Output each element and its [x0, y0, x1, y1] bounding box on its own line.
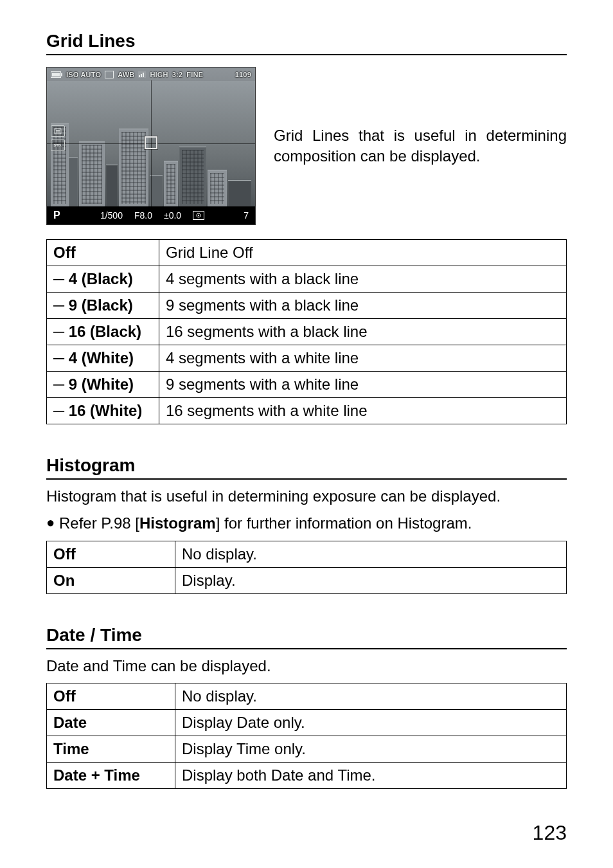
af-point-icon	[145, 136, 157, 149]
svg-rect-2	[52, 73, 60, 77]
lcd-mode: P	[53, 210, 69, 221]
cell-key: ─ 4 (Black)	[47, 266, 159, 293]
table-row: ─ 16 (White) 16 segments with a white li…	[47, 398, 567, 424]
lcd-wb: AWB	[118, 71, 134, 78]
cell-key: Off	[47, 541, 175, 567]
lcd-shutter: 1/500	[100, 210, 123, 221]
lcd-shots-remaining: 1109	[235, 71, 251, 78]
metering-icon	[193, 211, 204, 220]
svg-point-13	[198, 215, 199, 216]
histogram-table: Off No display. On Display.	[46, 541, 567, 594]
cell-val: 9 segments with a white line	[159, 372, 567, 398]
lcd-nr: HIGH	[150, 71, 168, 78]
svg-rect-5	[139, 75, 140, 77]
lcd-top-bar: ISO AUTO AWB HIGH 3:2 FINE 1109	[47, 68, 255, 81]
table-row: On Display.	[47, 567, 567, 593]
cell-key: ─ 4 (White)	[47, 345, 159, 372]
date-time-intro-text: Date and Time can be displayed.	[46, 656, 567, 676]
cell-key: ─ 16 (Black)	[47, 319, 159, 345]
lcd-exp-comp: ±0.0	[164, 210, 181, 221]
nr-icon	[138, 71, 146, 78]
cell-val: 16 segments with a white line	[159, 398, 567, 424]
table-row: ─ 16 (Black) 16 segments with a black li…	[47, 319, 567, 345]
cell-val: Display Date only.	[175, 710, 567, 736]
table-row: ─ 4 (Black) 4 segments with a black line	[47, 266, 567, 293]
lcd-quality: FINE	[186, 71, 203, 78]
svg-rect-3	[105, 71, 114, 78]
lcd-badge-std: STD.	[51, 140, 65, 151]
svg-rect-6	[141, 74, 142, 77]
cell-key: Off	[47, 240, 159, 266]
cell-key: ─ 9 (Black)	[47, 293, 159, 319]
cell-val: No display.	[175, 541, 567, 567]
bullet-icon: ●	[46, 513, 55, 532]
table-row: ─ 9 (Black) 9 segments with a black line	[47, 293, 567, 319]
cell-key: Time	[47, 736, 175, 763]
cell-key: ─ 16 (White)	[47, 398, 159, 424]
table-row: Off No display.	[47, 683, 567, 710]
bullet-text-pre: Refer P.98 [	[59, 514, 139, 532]
cell-key: Off	[47, 683, 175, 710]
svg-rect-8	[55, 129, 61, 134]
table-row: Off No display.	[47, 541, 567, 567]
cell-val: Display Time only.	[175, 736, 567, 763]
cell-key: ─ 9 (White)	[47, 372, 159, 398]
cell-key: On	[47, 567, 175, 593]
page-number: 123	[533, 821, 567, 845]
lcd-left-badges: STD.	[51, 125, 65, 151]
svg-rect-1	[61, 73, 62, 77]
grid-lines-intro-text: Grid Lines that is useful in determining…	[274, 125, 567, 167]
cell-val: 4 segments with a black line	[159, 266, 567, 293]
lcd-bottom-bar: P 1/500 F8.0 ±0.0 7	[47, 206, 255, 224]
cell-val: No display.	[175, 683, 567, 710]
camera-lcd-screenshot: ISO AUTO AWB HIGH 3:2 FINE 1109	[46, 67, 256, 225]
cell-val: Display both Date and Time.	[175, 763, 567, 789]
lcd-aspect: 3:2	[172, 71, 183, 78]
section-title-histogram: Histogram	[46, 455, 567, 480]
grid-lines-table: Off Grid Line Off ─ 4 (Black) 4 segments…	[46, 239, 567, 424]
svg-rect-7	[143, 73, 144, 77]
cell-val: 9 segments with a black line	[159, 293, 567, 319]
battery-icon	[51, 71, 62, 78]
lcd-badge-icon	[51, 125, 65, 137]
table-row: Time Display Time only.	[47, 736, 567, 763]
svg-rect-10	[56, 132, 60, 133]
lcd-iso: ISO AUTO	[66, 71, 101, 78]
cell-key: Date	[47, 710, 175, 736]
table-row: Date Display Date only.	[47, 710, 567, 736]
cell-val: 16 segments with a black line	[159, 319, 567, 345]
cell-val: 4 segments with a white line	[159, 345, 567, 372]
date-time-table: Off No display. Date Display Date only. …	[46, 683, 567, 789]
svg-rect-9	[56, 130, 60, 131]
section-title-grid-lines: Grid Lines	[46, 31, 567, 55]
table-row: ─ 9 (White) 9 segments with a white line	[47, 372, 567, 398]
bullet-text-bold: Histogram	[139, 514, 216, 532]
histogram-intro-text: Histogram that is useful in determining …	[46, 486, 567, 507]
lcd-bracket-count: 7	[236, 210, 249, 221]
histogram-bullet: ● Refer P.98 [Histogram] for further inf…	[46, 513, 567, 534]
table-row: Off Grid Line Off	[47, 240, 567, 266]
cell-key: Date + Time	[47, 763, 175, 789]
section-title-date-time: Date / Time	[46, 625, 567, 649]
table-row: Date + Time Display both Date and Time.	[47, 763, 567, 789]
drive-mode-icon	[105, 71, 114, 78]
table-row: ─ 4 (White) 4 segments with a white line	[47, 345, 567, 372]
cell-val: Display.	[175, 567, 567, 593]
cell-val: Grid Line Off	[159, 240, 567, 266]
bullet-text-post: ] for further information on Histogram.	[216, 514, 472, 532]
lcd-aperture: F8.0	[134, 210, 152, 221]
